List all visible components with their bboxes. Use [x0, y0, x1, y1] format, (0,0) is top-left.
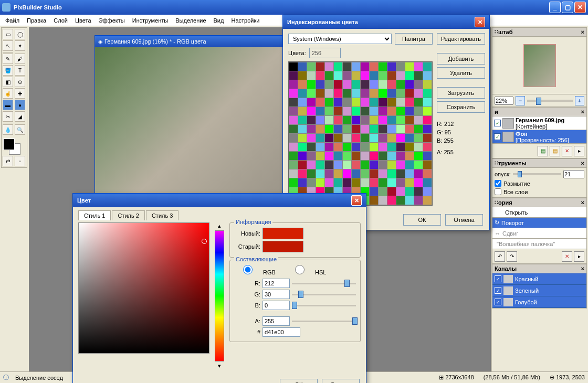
palette-cell[interactable]: [361, 89, 369, 98]
close-icon[interactable]: ×: [581, 109, 584, 115]
palette-cell[interactable]: [387, 152, 396, 160]
palette-cell[interactable]: [325, 134, 333, 142]
palette-cell[interactable]: [414, 169, 423, 178]
delete-history-button[interactable]: ✕: [562, 251, 572, 262]
palette-cell[interactable]: [325, 62, 333, 71]
document-window[interactable]: ◈ Германия 609.jpg (16%) * - RGB цвета: [94, 35, 284, 203]
close-button[interactable]: ✕: [475, 17, 485, 27]
new-layer-button[interactable]: ▤: [538, 146, 548, 156]
palette-cell[interactable]: [343, 80, 351, 89]
palette-cell[interactable]: [298, 71, 307, 80]
palette-cell[interactable]: [352, 169, 360, 178]
palette-cell[interactable]: [423, 169, 432, 178]
palette-cell[interactable]: [307, 98, 316, 107]
palette-cell[interactable]: [414, 71, 423, 80]
palette-cell[interactable]: [298, 161, 307, 169]
palette-cell[interactable]: [370, 134, 378, 142]
palette-cell[interactable]: [307, 89, 316, 98]
palette-cell[interactable]: [343, 125, 351, 133]
blur-checkbox[interactable]: [495, 180, 501, 187]
palette-cell[interactable]: [414, 161, 423, 169]
zoom-slider[interactable]: [527, 100, 573, 102]
palette-cell[interactable]: [423, 80, 432, 89]
palette-cell[interactable]: [334, 143, 342, 151]
text-tool[interactable]: T: [15, 65, 25, 76]
menu-edit[interactable]: Правка: [24, 16, 49, 25]
palette-cell[interactable]: [361, 143, 369, 151]
palette-cell[interactable]: [405, 62, 414, 71]
palette-cell[interactable]: [316, 98, 324, 107]
palette-cell[interactable]: [289, 62, 298, 71]
palette-cell[interactable]: [423, 178, 432, 187]
tools-panel-header[interactable]: ∷трументы×: [492, 158, 587, 168]
palette-cell[interactable]: [307, 71, 316, 80]
scale-panel-header[interactable]: ∷штаб×: [492, 27, 587, 37]
fill-tool[interactable]: 🪣: [3, 65, 13, 76]
palette-cell[interactable]: [361, 62, 369, 71]
palette-cell[interactable]: [396, 62, 405, 71]
close-button[interactable]: ✕: [574, 2, 586, 13]
palette-cell[interactable]: [370, 178, 378, 187]
eyedropper-tool[interactable]: 💧: [3, 124, 13, 135]
palette-cell[interactable]: [298, 134, 307, 142]
color-palette-grid[interactable]: [288, 61, 433, 206]
g-slider[interactable]: [292, 290, 356, 299]
zoom-input[interactable]: [495, 97, 513, 105]
palette-cell[interactable]: [361, 125, 369, 133]
menu-effects[interactable]: Эффекты: [96, 16, 128, 25]
palette-cell[interactable]: [414, 134, 423, 142]
palette-cell[interactable]: [361, 71, 369, 80]
palette-cell[interactable]: [396, 125, 405, 133]
palette-cell[interactable]: [298, 98, 307, 107]
tolerance-slider[interactable]: [513, 173, 561, 175]
palette-cell[interactable]: [379, 187, 387, 196]
rgb-radio[interactable]: [234, 265, 261, 274]
document-titlebar[interactable]: ◈ Германия 609.jpg (16%) * - RGB цвета: [95, 36, 283, 47]
menu-layer[interactable]: Слой: [50, 16, 71, 25]
palette-cell[interactable]: [387, 116, 396, 124]
crop-tool[interactable]: ✂: [3, 111, 13, 122]
palette-cell[interactable]: [307, 161, 316, 169]
heal-tool[interactable]: ✚: [15, 88, 25, 99]
palette-cell[interactable]: [379, 116, 387, 124]
palette-cell[interactable]: [316, 89, 324, 98]
palette-cell[interactable]: [325, 80, 333, 89]
r-slider[interactable]: [292, 279, 356, 288]
palette-cell[interactable]: [334, 161, 342, 169]
palette-cell[interactable]: [387, 98, 396, 107]
palette-cell[interactable]: [307, 125, 316, 133]
cancel-button[interactable]: Отмена: [322, 379, 360, 383]
swap-colors-icon[interactable]: ⇄: [3, 156, 13, 166]
palette-cell[interactable]: [343, 98, 351, 107]
shape-ellipse-tool[interactable]: ●: [15, 100, 25, 110]
palette-cell[interactable]: [405, 80, 414, 89]
palette-cell[interactable]: [361, 107, 369, 115]
palette-cell[interactable]: [396, 196, 405, 205]
palette-cell[interactable]: [423, 116, 432, 124]
palette-cell[interactable]: [396, 152, 405, 160]
palette-cell[interactable]: [352, 98, 360, 107]
palette-cell[interactable]: [334, 152, 342, 160]
hue-down-icon[interactable]: ▾: [218, 363, 221, 369]
palette-cell[interactable]: [423, 62, 432, 71]
palette-cell[interactable]: [370, 116, 378, 124]
palette-cell[interactable]: [379, 98, 387, 107]
palette-cell[interactable]: [379, 178, 387, 187]
zoom-tool[interactable]: 🔍: [15, 124, 25, 135]
palette-cell[interactable]: [352, 134, 360, 142]
palette-cell[interactable]: [361, 161, 369, 169]
palette-cell[interactable]: [334, 71, 342, 80]
palette-cell[interactable]: [316, 161, 324, 169]
tab-style-1[interactable]: Стиль 1: [78, 210, 111, 220]
palette-cell[interactable]: [370, 143, 378, 151]
palette-cell[interactable]: [298, 152, 307, 160]
tab-style-3[interactable]: Стиль 3: [146, 210, 178, 220]
palette-cell[interactable]: [370, 161, 378, 169]
all-layers-checkbox[interactable]: [495, 188, 501, 195]
palette-cell[interactable]: [396, 178, 405, 187]
hue-up-icon[interactable]: ▴: [218, 222, 221, 229]
palette-cell[interactable]: [423, 196, 432, 205]
close-button[interactable]: ✕: [351, 195, 362, 206]
palette-cell[interactable]: [396, 89, 405, 98]
palette-cell[interactable]: [370, 187, 378, 196]
